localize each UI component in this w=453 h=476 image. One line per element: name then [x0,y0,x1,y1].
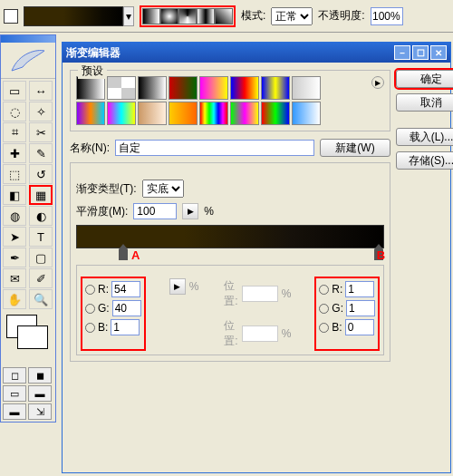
jump-to-icon[interactable]: ⇲ [28,403,52,420]
blur-tool[interactable]: ◍ [3,206,26,226]
toolbox: ▭ ↔ ◌ ✧ ⌗ ✂ ✚ ✎ ⬚ ↺ ◧ ▦ ◍ ◐ ➤ T ✒ ▢ ✉ ✐ … [0,34,56,423]
slice-tool[interactable]: ✂ [29,122,53,142]
gradient-tool[interactable]: ▦ [29,185,53,205]
screen-mode-3-icon[interactable]: ▬ [3,403,26,420]
pen-tool[interactable]: ✒ [3,248,26,267]
reflected-gradient-icon[interactable] [197,8,215,24]
radio-g-b[interactable] [319,304,329,314]
preset-9[interactable] [107,102,136,125]
radio-b-a[interactable] [85,323,95,333]
eraser-tool[interactable]: ◧ [3,185,26,205]
stamp-tool[interactable]: ⬚ [3,164,26,184]
mode-select[interactable]: 正常 [271,7,313,25]
heal-tool[interactable]: ✚ [3,143,26,163]
load-button[interactable]: 载入(L)... [396,128,453,146]
preset-6[interactable] [261,76,290,100]
percent-label: % [204,205,214,218]
smooth-stepper[interactable]: ▶ [182,203,198,219]
preset-13[interactable] [230,102,259,125]
gradient-bar[interactable]: A B [76,225,384,248]
preset-10[interactable] [138,102,167,125]
dodge-tool[interactable]: ◐ [29,206,53,226]
mode-icons: ◻ ◼ ▭ ▬ ▬ ⇲ [1,365,55,422]
dialog-titlebar[interactable]: 渐变编辑器 – ☐ ✕ [63,43,450,63]
opacity-input[interactable] [371,7,403,25]
history-brush-tool[interactable]: ↺ [29,164,53,184]
lasso-tool[interactable]: ◌ [3,102,26,121]
new-button[interactable]: 新建(W) [320,139,390,157]
gradient-dropdown[interactable]: ▾ [123,6,134,26]
pos-input-2[interactable] [242,325,278,342]
input-r-a[interactable] [111,281,140,297]
preset-15[interactable] [292,102,321,125]
path-tool[interactable]: ➤ [3,227,26,247]
preset-7[interactable] [292,76,321,100]
notes-tool[interactable]: ✉ [3,268,26,288]
color-stop-a[interactable] [119,249,128,260]
brush-tool[interactable]: ✎ [29,143,53,163]
preset-12[interactable] [199,102,228,125]
screen-mode-2-icon[interactable]: ▬ [28,385,52,402]
radio-r-a[interactable] [85,285,95,295]
rgb-group-a: R: G: B: [82,278,144,349]
background-swatch[interactable] [17,325,48,349]
marker-a-label: A [131,248,140,262]
hand-tool[interactable]: ✋ [3,289,26,309]
radial-gradient-icon[interactable] [160,8,178,24]
minimize-icon[interactable]: – [394,45,410,60]
maximize-icon[interactable]: ☐ [412,45,429,60]
input-r-b[interactable] [345,281,374,297]
diamond-gradient-icon[interactable] [215,8,233,24]
preset-8[interactable] [76,102,105,125]
type-select[interactable]: 实底 [142,180,184,198]
save-button[interactable]: 存储(S)... [396,151,453,170]
preset-4[interactable] [199,76,228,100]
radio-r-b[interactable] [319,285,329,295]
wand-tool[interactable]: ✧ [29,102,53,121]
cancel-button[interactable]: 取消 [396,93,453,112]
preset-menu-icon[interactable]: ▶ [371,76,384,89]
radio-b-b[interactable] [319,323,329,333]
preset-14[interactable] [261,102,290,125]
marquee-tool[interactable]: ▭ [3,81,26,101]
input-b-a[interactable] [111,319,140,335]
angle-gradient-icon[interactable] [178,8,197,24]
standard-mode-icon[interactable]: ◻ [3,367,26,384]
preset-1[interactable] [107,76,136,100]
preset-3[interactable] [169,76,198,100]
gradient-preview[interactable] [24,6,123,26]
preset-5[interactable] [230,76,259,100]
opacity-stepper[interactable]: ▶ [169,278,186,295]
crop-tool[interactable]: ⌗ [3,122,26,142]
input-g-a[interactable] [112,300,141,316]
move-tool[interactable]: ↔ [29,81,53,101]
mode-label: 模式: [241,8,265,24]
shape-tool[interactable]: ▢ [29,248,53,267]
pos-label-2: 位置: [224,318,237,349]
name-input[interactable] [115,140,314,156]
linear-gradient-icon[interactable] [142,8,160,24]
close-icon[interactable]: ✕ [430,45,447,60]
gradient-type-buttons [140,5,236,27]
eyedrop-tool[interactable]: ✐ [29,268,53,288]
zoom-tool[interactable]: 🔍 [29,289,53,309]
pos-input-1[interactable] [242,286,278,302]
dialog-title: 渐变编辑器 [66,45,120,61]
smooth-input[interactable] [133,203,177,219]
input-g-b[interactable] [346,300,375,316]
tool-preset-icon[interactable] [4,9,18,24]
tool-grid: ▭ ↔ ◌ ✧ ⌗ ✂ ✚ ✎ ⬚ ↺ ◧ ▦ ◍ ◐ ➤ T ✒ ▢ ✉ ✐ … [1,79,55,311]
preset-11[interactable] [169,102,198,125]
pos-label-1: 位置: [224,278,237,309]
screen-mode-1-icon[interactable]: ▭ [3,385,26,402]
type-tool[interactable]: T [29,227,53,247]
type-label: 渐变类型(T): [76,181,137,197]
preset-0[interactable] [76,76,105,100]
toolbox-header[interactable] [1,35,55,43]
quickmask-mode-icon[interactable]: ◼ [28,367,52,384]
radio-g-a[interactable] [85,304,95,314]
preset-2[interactable] [138,76,167,100]
name-label: 名称(N): [70,141,110,156]
ok-button[interactable]: 确定 [396,70,453,88]
input-b-b[interactable] [345,319,374,335]
